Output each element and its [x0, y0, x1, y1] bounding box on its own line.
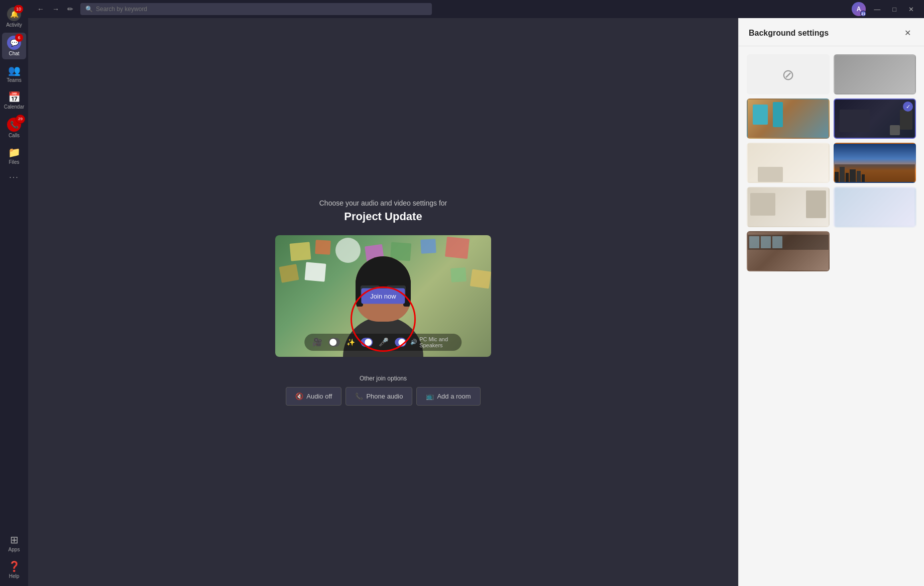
- sidebar-item-help[interactable]: ❓ Help: [2, 557, 26, 582]
- bg-thumbnail-blur2[interactable]: [834, 187, 916, 227]
- phone-audio-label: Phone audio: [366, 393, 403, 400]
- video-toggle-knob: [329, 339, 336, 346]
- apps-label: Apps: [9, 547, 20, 552]
- camera-background: Join now 🎥 ✨ 🎤: [275, 235, 491, 357]
- meeting-subtitle: Choose your audio and video settings for: [319, 199, 447, 207]
- join-now-button[interactable]: Join now: [361, 288, 405, 304]
- bg-thumbnail-industrial[interactable]: [747, 231, 830, 271]
- teams-label: Teams: [7, 77, 21, 83]
- sidebar-item-chat[interactable]: 💬 6 Chat: [2, 33, 26, 59]
- search-bar[interactable]: 🔍: [80, 3, 432, 15]
- sidebar-item-teams[interactable]: 👥 Teams: [2, 61, 26, 86]
- bg-settings-title: Background settings: [749, 29, 829, 38]
- help-label: Help: [9, 573, 20, 579]
- bg-settings-header: Background settings ✕: [739, 18, 924, 46]
- camera-preview: Join now 🎥 ✨ 🎤: [275, 235, 491, 357]
- controls-bar: 🎥 ✨ 🎤 🔊 PC Mic a: [304, 334, 461, 351]
- mic-icon: 🎤: [379, 337, 389, 347]
- audio-toggle[interactable]: [395, 338, 406, 347]
- video-icon: 🎥: [312, 337, 322, 347]
- bg-settings-close-button[interactable]: ✕: [901, 26, 914, 40]
- sidebar-item-calendar[interactable]: 📅 Calendar: [2, 88, 26, 113]
- bg-thumbnail-dark-room[interactable]: ✓: [834, 99, 916, 139]
- bg-thumbnail-office[interactable]: [747, 99, 830, 139]
- nav-buttons: ← → ✏: [34, 4, 76, 14]
- back-button[interactable]: ←: [34, 4, 47, 14]
- video-toggle[interactable]: [328, 338, 340, 347]
- activity-badge: 10: [14, 5, 23, 13]
- bg-thumbnail-city[interactable]: [834, 143, 916, 183]
- title-bar: ← → ✏ 🔍 A 21 — □ ✕: [28, 0, 924, 18]
- sidebar-item-apps[interactable]: ⊞ Apps: [2, 531, 26, 555]
- audio-off-icon: 🔇: [295, 393, 303, 400]
- bg-thumbnail-light-room[interactable]: [747, 187, 830, 227]
- meeting-title: Project Update: [319, 210, 447, 223]
- title-bar-actions: A 21 — □ ✕: [852, 2, 918, 16]
- calls-badge: 29: [16, 115, 25, 124]
- calendar-icon: 📅: [8, 91, 21, 103]
- bg-thumbnails-grid: ⊘ ✓: [739, 46, 924, 279]
- video-button[interactable]: 🎥: [310, 336, 324, 348]
- teams-icon: 👥: [8, 64, 21, 76]
- avatar[interactable]: A 21: [852, 2, 866, 16]
- audio-off-button[interactable]: 🔇 Audio off: [286, 387, 341, 406]
- add-room-label: Add a room: [437, 393, 471, 400]
- main-content: Choose your audio and video settings for…: [28, 18, 738, 586]
- compose-button[interactable]: ✏: [64, 4, 76, 14]
- audio-toggle-knob: [398, 339, 405, 346]
- minimize-button[interactable]: —: [870, 5, 884, 14]
- search-icon: 🔍: [85, 6, 93, 13]
- mic-toggle[interactable]: [361, 338, 373, 347]
- sidebar-item-more[interactable]: ···: [2, 170, 26, 185]
- files-icon: 📁: [8, 146, 21, 158]
- bg-thumbnail-white-room[interactable]: [747, 143, 830, 183]
- mic-toggle-knob: [365, 339, 372, 346]
- bg-thumbnail-none[interactable]: ⊘: [747, 54, 830, 94]
- effects-button[interactable]: ✨: [344, 337, 357, 347]
- join-option-buttons: 🔇 Audio off 📞 Phone audio 📺 Add a room: [286, 387, 480, 406]
- sidebar-item-activity[interactable]: 🔔 10 Activity: [2, 4, 26, 31]
- forward-button[interactable]: →: [49, 4, 62, 14]
- bg-settings-panel: Background settings ✕ ⊘ ✓: [738, 18, 924, 586]
- activity-label: Activity: [6, 22, 22, 28]
- sidebar-item-files[interactable]: 📁 Files: [2, 143, 26, 168]
- calls-icon: 📞 29: [7, 118, 21, 132]
- speaker-label: 🔊 PC Mic and Speakers: [410, 336, 456, 348]
- close-button[interactable]: ✕: [904, 5, 918, 14]
- bg-thumbnail-blur[interactable]: [834, 54, 916, 94]
- help-icon: ❓: [8, 560, 21, 572]
- other-join-options: Other join options 🔇 Audio off 📞 Phone a…: [286, 375, 480, 406]
- mic-button[interactable]: 🎤: [377, 336, 391, 348]
- files-label: Files: [9, 159, 19, 165]
- sidebar-item-calls[interactable]: 📞 29 Calls: [2, 115, 26, 141]
- effects-icon: ✨: [346, 338, 355, 346]
- add-room-button[interactable]: 📺 Add a room: [416, 387, 480, 406]
- phone-audio-button[interactable]: 📞 Phone audio: [345, 387, 412, 406]
- calls-label: Calls: [9, 133, 20, 138]
- other-options-label: Other join options: [286, 375, 480, 382]
- chat-icon: 💬 6: [7, 36, 21, 50]
- meeting-title-area: Choose your audio and video settings for…: [319, 199, 447, 223]
- sidebar: 🔔 10 Activity 💬 6 Chat 👥 Teams 📅 Calenda…: [0, 0, 28, 586]
- phone-audio-icon: 📞: [355, 393, 363, 400]
- maximize-button[interactable]: □: [888, 5, 900, 14]
- chat-label: Chat: [9, 51, 19, 56]
- speaker-icon: 🔊: [410, 339, 417, 345]
- none-icon: ⊘: [782, 66, 794, 83]
- add-room-icon: 📺: [426, 393, 434, 400]
- chat-badge: 6: [15, 34, 23, 42]
- selected-checkmark: ✓: [903, 102, 913, 112]
- more-icon: ···: [9, 173, 19, 182]
- avatar-badge: 21: [860, 11, 866, 17]
- calendar-label: Calendar: [4, 104, 25, 110]
- search-input[interactable]: [96, 6, 427, 13]
- audio-off-label: Audio off: [306, 393, 332, 400]
- apps-icon: ⊞: [10, 534, 19, 546]
- activity-icon: 🔔 10: [7, 7, 21, 21]
